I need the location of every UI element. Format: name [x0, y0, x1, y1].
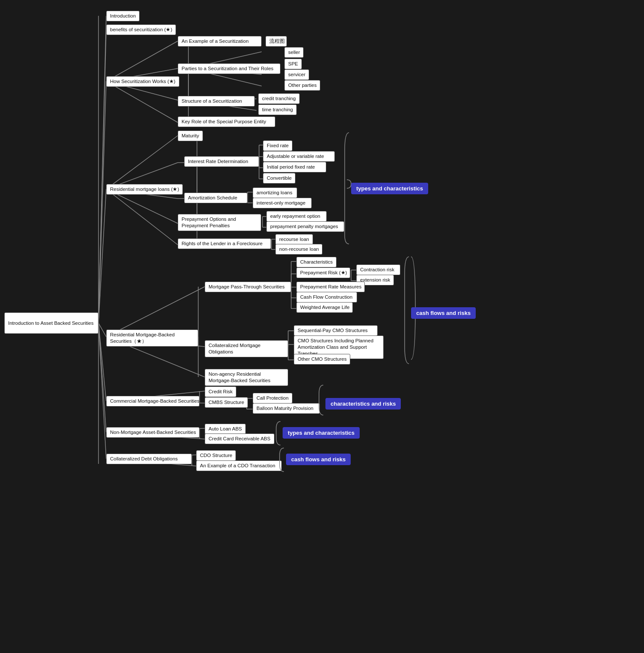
key-role-node: Key Role of the Special Purpose Entity [178, 116, 275, 127]
non-agency-rmbs-node: Non-agency Residential Mortgage-Backed S… [205, 369, 288, 386]
prepay-penalty-node: prepayment penalty mortgages [266, 221, 344, 232]
early-repay-node: early repayment option [266, 211, 327, 222]
parties-node: Parties to a Securitization and Their Ro… [178, 63, 280, 74]
cmbs-node: Commercial Mortgage-Backed Securities [106, 396, 200, 407]
svg-line-2 [98, 81, 106, 323]
svg-line-5 [98, 323, 106, 401]
svg-line-23 [106, 81, 178, 122]
credit-tranching-node: credit tranching [258, 93, 300, 104]
svg-line-7 [98, 323, 106, 459]
mpt-node: Mortgage Pass-Through Securities [205, 282, 291, 292]
cmo-node: Collateralized Mortgage Obligations [205, 340, 288, 357]
time-tranching-node: time tranching [258, 104, 297, 115]
weighted-avg-life-node: Weighted Average Life [296, 302, 353, 313]
contraction-risk-node: Contraction risk [356, 264, 400, 275]
badge-cash-flows-risks-2: cash flows and risks [286, 454, 351, 465]
prepay-opts-node: Prepayment Options and Prepayment Penalt… [178, 214, 261, 231]
amort-sched-node: Amortization Schedule [184, 193, 247, 203]
svg-line-1 [98, 30, 106, 323]
svg-line-3 [98, 189, 106, 323]
call-protection-node: Call Protection [253, 393, 292, 404]
mind-map-canvas: Introduction to Asset Backed Securities … [0, 0, 644, 653]
credit-risk-node: Credit Risk [205, 386, 236, 397]
svg-line-53 [106, 189, 178, 245]
other-parties-node: Other parties [284, 80, 320, 91]
res-mortgage-loans-node: Residential mortgage loans (★) [106, 184, 183, 195]
how-sec-works-node: How Securitization Works (★) [106, 76, 179, 87]
badge-characteristics-risks: characteristics and risks [325, 398, 401, 410]
svg-line-20 [106, 41, 178, 81]
prepay-rate-measures-node: Prepayment Rate Measures [296, 282, 365, 292]
svg-line-6 [98, 323, 106, 432]
badge-cash-flows-risks: cash flows and risks [411, 307, 476, 319]
svg-line-0 [98, 16, 106, 323]
an-example-node: An Example of a Securitization [178, 36, 262, 47]
amortizing-loans-node: amortizing loans [253, 187, 297, 198]
non-mortgage-abs-node: Non-Mortgage Asset-Backed Securities [106, 427, 200, 438]
badge-types-characteristics-1: types and characteristics [351, 183, 428, 194]
cdo-example-node: An Example of a CDO Transaction [196, 460, 282, 471]
credit-card-abs-node: Credit Card Receivable ABS [205, 433, 274, 444]
characteristics-node: Characteristics [296, 257, 337, 267]
cdo-structure-node: CDO Structure [196, 450, 236, 461]
root-node: Introduction to Asset Backed Securities [4, 312, 98, 334]
cmbs-structure-node: CMBS Structure [205, 397, 248, 408]
balloon-maturity-node: Balloon Maturity Provision [253, 403, 320, 414]
non-recourse-node: non-recourse loan [275, 244, 322, 255]
interest-only-node: interest-only mortgage [253, 198, 312, 208]
maturity-node: Maturity [178, 131, 203, 141]
spe-node: SPE [284, 59, 302, 69]
prepayment-risk-node: Prepayment Risk (★) [296, 267, 350, 278]
structure-node: Structure of a Securitization [178, 96, 255, 107]
svg-line-29 [106, 136, 178, 189]
svg-line-4 [98, 323, 106, 337]
servicer-node: servicer [284, 69, 309, 80]
fixed-rate-node: Fixed rate [263, 140, 292, 151]
convertible-node: Convertible [263, 173, 295, 184]
introduction-node: Introduction [106, 11, 140, 21]
interest-rate-det-node: Interest Rate Determination [184, 156, 259, 167]
seq-pay-cmo-node: Sequential-Pay CMO Structures [294, 325, 378, 336]
auto-loan-abs-node: Auto Loan ABS [205, 424, 246, 434]
other-cmo-node: Other CMO Structures [294, 354, 350, 365]
res-mbs-node: Residential Mortgage-Backed Securities（★… [106, 329, 198, 347]
liucheng-node: 流程图 [265, 36, 287, 47]
recourse-loan-node: recourse loan [275, 234, 313, 245]
seller-node: seller [284, 47, 304, 58]
benefits-node: benefits of securitization (★) [106, 24, 176, 35]
rights-lender-node: Rights of the Lender in a Foreclosure [178, 238, 271, 249]
init-period-node: Initial period fixed rate [263, 162, 326, 172]
badge-types-characteristics-2: types and characteristics [283, 427, 360, 439]
cash-flow-const-node: Cash Flow Construction [296, 292, 357, 303]
adj-rate-node: Adjustable or variable rate [263, 151, 335, 162]
cdo-node: Collateralized Debt Obligations [106, 454, 192, 464]
